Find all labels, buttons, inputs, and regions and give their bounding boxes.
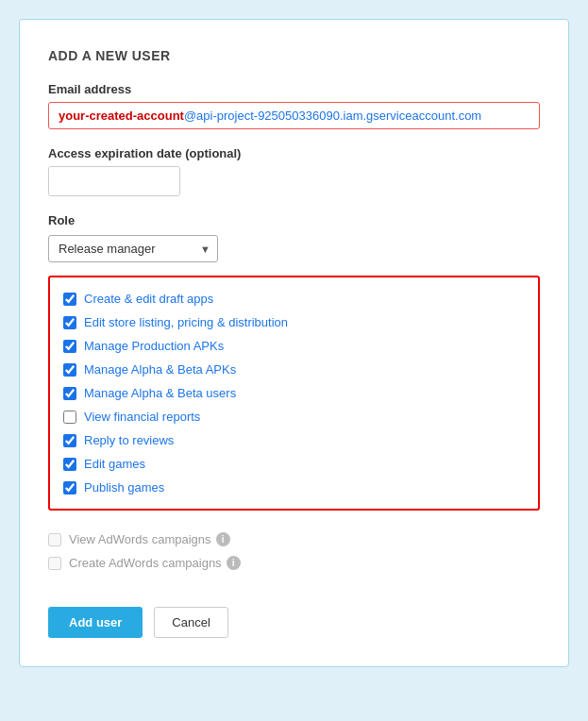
info-icon-view-adwords[interactable]: i <box>216 532 230 546</box>
permission-item-production-apks: Manage Production APKs <box>63 334 525 358</box>
date-section: Access expiration date (optional) <box>48 146 540 196</box>
permission-checkbox-store-listing[interactable] <box>63 316 76 329</box>
permission-label-alpha-beta-apks: Manage Alpha & Beta APKs <box>84 362 236 377</box>
permission-label-production-apks: Manage Production APKs <box>84 339 224 353</box>
extra-item-view-adwords: View AdWords campaigns i <box>48 528 540 551</box>
role-label: Role <box>48 213 540 227</box>
extra-checkbox-create-adwords[interactable] <box>48 557 61 570</box>
email-display: your-created-account@api-project-9250503… <box>48 102 540 129</box>
permission-item-alpha-beta-users: Manage Alpha & Beta users <box>63 381 525 405</box>
permission-item-financial-reports: View financial reports <box>63 405 525 428</box>
role-select-wrapper: Release manager Administrator Developer … <box>48 235 218 262</box>
permission-label-edit-games: Edit games <box>84 457 145 471</box>
email-suffix: @api-project-925050336090.iam.gserviceac… <box>184 109 481 123</box>
date-input[interactable] <box>49 167 180 195</box>
permission-label-publish-games: Publish games <box>84 480 164 495</box>
email-prefix: your-created-account <box>59 109 184 123</box>
permission-checkbox-reply-reviews[interactable] <box>63 434 76 447</box>
permission-item-reply-reviews: Reply to reviews <box>63 428 525 452</box>
permission-checkbox-publish-games[interactable] <box>63 481 76 495</box>
permissions-box: Create & edit draft apps Edit store list… <box>48 276 540 511</box>
permission-label-store-listing: Edit store listing, pricing & distributi… <box>84 315 288 329</box>
permission-label-reply-reviews: Reply to reviews <box>84 433 174 447</box>
action-buttons: Add user Cancel <box>48 607 540 638</box>
page-title: ADD A NEW USER <box>48 48 540 63</box>
permission-item-edit-games: Edit games <box>63 452 525 476</box>
extra-checkbox-view-adwords[interactable] <box>48 533 61 546</box>
email-section: Email address your-created-account@api-p… <box>48 82 540 129</box>
permission-checkbox-create-edit[interactable] <box>63 293 76 306</box>
permission-checkbox-alpha-beta-users[interactable] <box>63 387 76 400</box>
role-select[interactable]: Release manager Administrator Developer … <box>48 235 218 262</box>
permission-checkbox-alpha-beta-apks[interactable] <box>63 363 76 377</box>
extra-label-create-adwords: Create AdWords campaigns i <box>69 556 241 570</box>
add-user-card: ADD A NEW USER Email address your-create… <box>19 19 569 667</box>
cancel-button[interactable]: Cancel <box>154 607 227 638</box>
permission-checkbox-production-apks[interactable] <box>63 340 76 353</box>
add-user-button[interactable]: Add user <box>48 607 143 638</box>
extra-label-view-adwords: View AdWords campaigns i <box>69 532 230 546</box>
extra-item-create-adwords: Create AdWords campaigns i <box>48 551 540 575</box>
permission-label-financial-reports: View financial reports <box>84 410 200 424</box>
permission-label-create-edit: Create & edit draft apps <box>84 292 213 306</box>
role-section: Role Release manager Administrator Devel… <box>48 213 540 584</box>
permission-item-create-edit: Create & edit draft apps <box>63 287 525 310</box>
email-label: Email address <box>48 82 540 96</box>
info-icon-create-adwords[interactable]: i <box>227 556 241 570</box>
date-label: Access expiration date (optional) <box>48 146 540 160</box>
permission-item-publish-games: Publish games <box>63 476 525 499</box>
permission-item-alpha-beta-apks: Manage Alpha & Beta APKs <box>63 358 525 381</box>
extra-permissions-section: View AdWords campaigns i Create AdWords … <box>48 524 540 584</box>
permission-label-alpha-beta-users: Manage Alpha & Beta users <box>84 386 236 400</box>
date-input-wrapper <box>48 166 180 196</box>
permission-checkbox-financial-reports[interactable] <box>63 411 76 424</box>
permission-item-store-listing: Edit store listing, pricing & distributi… <box>63 310 525 334</box>
permission-checkbox-edit-games[interactable] <box>63 458 76 471</box>
